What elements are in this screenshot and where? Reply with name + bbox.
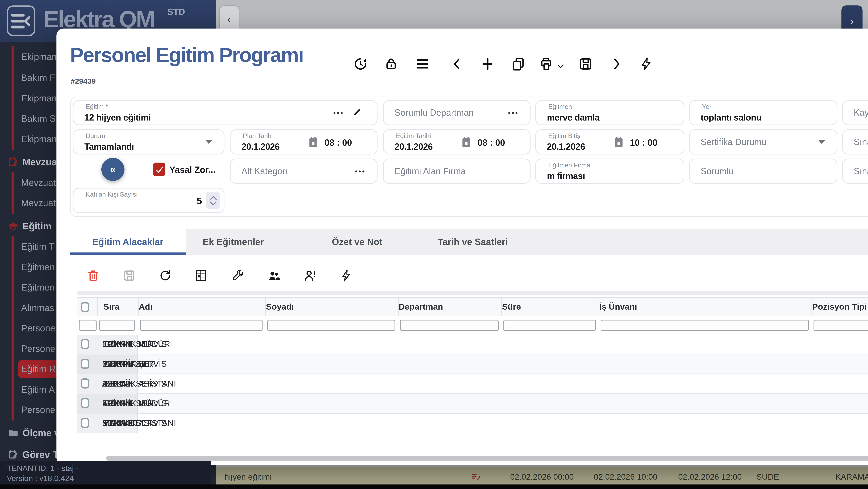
nav-indent-bar (12, 399, 14, 420)
print-icon[interactable] (539, 56, 554, 71)
sorumlu-departman-field[interactable]: Sorumlu Departman (383, 100, 530, 125)
grid-excel-icon[interactable] (195, 269, 208, 282)
spinner-down-icon[interactable] (209, 201, 217, 205)
row-checkbox[interactable] (81, 339, 89, 349)
lookup-dots-icon[interactable] (354, 168, 366, 175)
column-header-label: Adı (139, 302, 152, 312)
filter-input-4[interactable] (400, 320, 499, 331)
grid-refresh-icon[interactable] (158, 269, 172, 282)
row-checkbox[interactable] (81, 359, 89, 369)
filter-input-1[interactable] (99, 320, 135, 331)
lock-icon[interactable] (384, 56, 399, 71)
grid-person-alert-icon[interactable] (304, 269, 317, 282)
column-header-3[interactable]: Departman (398, 298, 501, 317)
lookup-dots-icon[interactable] (332, 110, 344, 116)
egitmen-firma-field[interactable]: Eğitmen Firmam firması (535, 158, 684, 184)
plus-icon[interactable] (480, 56, 495, 71)
select-all-checkbox[interactable] (81, 302, 89, 312)
filter-input-0[interactable] (79, 320, 97, 331)
grid-wrench-icon[interactable] (231, 269, 245, 282)
sidebar-item-label: Persone (21, 323, 55, 333)
sinav-durumu-field[interactable]: Sınav Durumu (842, 129, 868, 154)
chevron-right-icon[interactable] (609, 56, 624, 71)
table-row[interactable]: 3AYDINYILDIZTEKNİK SERVİS120TEKNİK ASİST… (77, 374, 868, 394)
lookup-dots-icon[interactable] (507, 110, 519, 116)
column-header-5[interactable]: İş Ünvanı (598, 298, 811, 317)
katilan-kisi-sayisi-field[interactable]: Katılan Kişi Sayısı5 (73, 188, 224, 213)
grid-people-icon[interactable] (267, 269, 281, 282)
column-header-0[interactable]: Sıra (97, 298, 138, 317)
print-options-caret-icon[interactable] (556, 63, 564, 69)
grid-trash-icon[interactable] (87, 269, 100, 282)
field-time: 10 : 00 (630, 137, 657, 148)
egitim-tarihi-field[interactable]: Eğitim Tarihi20.1.202608 : 00 (383, 129, 530, 154)
caret-down-icon[interactable] (205, 140, 213, 145)
table-row[interactable]: 4ERKANGÜNTEKNİK SERVİS120TEKNİK MÜDÜR (77, 394, 868, 414)
column-header-1[interactable]: Adı (138, 298, 265, 317)
calendar-icon[interactable] (461, 135, 472, 149)
nav-indent-bar (12, 88, 14, 109)
spinner-up-icon[interactable] (209, 196, 217, 200)
plan-tarih-field[interactable]: Plan Tarih20.1.202608 : 00 (230, 129, 377, 154)
filter-input-5[interactable] (503, 320, 596, 331)
tab-eğitim-alacaklar[interactable]: Eğitim Alacaklar (70, 230, 186, 255)
yer-field[interactable]: Yertoplantı salonu (689, 100, 837, 125)
bolt-icon[interactable] (639, 56, 654, 71)
egitim-bitis-field[interactable]: Eğitim Bitiş20.1.202610 : 00 (535, 129, 684, 154)
durum-field[interactable]: DurumTamamlandı (73, 129, 224, 154)
tab-tarih-ve-saatleri[interactable]: Tarih ve Saatleri (422, 230, 524, 255)
row-checkbox[interactable] (81, 418, 89, 428)
grid-bolt-icon[interactable] (339, 269, 353, 282)
row-checkbox[interactable] (81, 378, 89, 389)
cal-edit-icon (7, 449, 19, 461)
person1-cell: SUDE (756, 472, 779, 482)
dialog-title: Personel Egitim Programı (70, 43, 303, 67)
folder-icon (7, 427, 19, 439)
grid-horizontal-scrollbar[interactable] (106, 456, 868, 460)
column-header-2[interactable]: Soyadı (265, 298, 398, 317)
egitmen-field[interactable]: Eğitmenmerve damla (535, 100, 684, 125)
cell-unvan: TEKNİK ASİSTANI (105, 374, 176, 394)
sertifika-durumu-field[interactable]: Sertifika Durumu (689, 129, 837, 154)
table-row[interactable]: 1ERKANGÜNTEKNİK SERVİS120TEKNİK MÜDÜR (77, 335, 868, 355)
yasal-zorunluluk-checkbox[interactable] (153, 162, 165, 176)
tab-ek-eğitmenler[interactable]: Ek Eğitmenler (186, 230, 281, 255)
number-spinner[interactable] (206, 192, 220, 209)
menu-icon[interactable] (415, 56, 430, 71)
row-checkbox[interactable] (81, 398, 89, 408)
table-row[interactable]: 2MUSTAFA C.GÜNTEKNİK SERVİS120TEKNİK ŞEF (77, 355, 868, 374)
background-grid-row[interactable]: hijyen eğitimi 02.02.2026 00:00 02.02.20… (216, 467, 868, 487)
sorumlu-field[interactable]: Sorumlu (689, 158, 837, 184)
column-header-4[interactable]: Süre (501, 298, 598, 317)
tab-özet-ve-not[interactable]: Özet ve Not (306, 230, 408, 255)
filter-input-7[interactable] (813, 320, 868, 331)
egitim-field[interactable]: Eğitim *12 hijyen eğitimi (73, 100, 377, 125)
collapse-form-button[interactable]: « (101, 158, 124, 181)
sinav-tipi-field[interactable]: Sınav Tipi (842, 158, 868, 184)
copy-icon[interactable] (511, 56, 526, 71)
alt-kategori-field[interactable]: Alt Kategori (230, 158, 377, 184)
save-icon[interactable] (578, 56, 593, 71)
sidebar-item-label: Eğitim R (21, 364, 56, 374)
grid-save-icon[interactable] (122, 269, 136, 282)
nav-indent-bar (12, 297, 14, 318)
kaynak-field[interactable]: Kaynak (842, 100, 868, 125)
calendar-icon[interactable] (307, 135, 319, 149)
cell-unvan: TEKNİK MÜDÜR (105, 394, 170, 414)
caret-down-icon[interactable] (818, 140, 826, 145)
sidebar-item-label: Görev T (22, 449, 58, 460)
sidebar-toggle-button[interactable] (7, 5, 35, 36)
field-label: Eğitim * (84, 103, 110, 110)
egitimi-alan-firma-field[interactable]: Eğitimi Alan Firma (383, 158, 530, 184)
nav-indent-bar (12, 172, 14, 193)
history-icon[interactable] (353, 56, 368, 71)
filter-input-3[interactable] (267, 320, 395, 331)
filter-input-2[interactable] (140, 320, 262, 331)
filter-input-6[interactable] (601, 320, 809, 331)
field-value: 20.1.2026 (242, 142, 280, 152)
column-header-6[interactable]: Pozisyon Tipi (812, 298, 868, 317)
calendar-icon[interactable] (613, 135, 624, 149)
table-row[interactable]: 5MEHMETYAKACITEKNİK SERVİS120TEKNİK ASİS… (77, 414, 868, 433)
chevron-left-icon[interactable] (450, 56, 465, 71)
edit-pencil-icon[interactable] (352, 106, 363, 118)
